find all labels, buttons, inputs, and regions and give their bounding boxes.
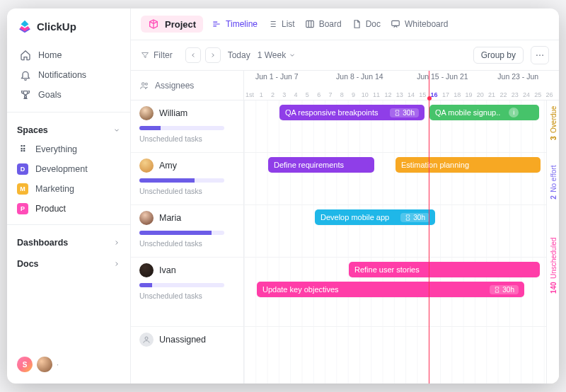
day-cell[interactable]: 24 [521,91,532,98]
day-cell[interactable]: 4 [290,91,301,98]
timeline-grid[interactable]: 1stJun 1 - Jun 7Jun 8 - Jun 14Jun 15 - J… [244,71,559,384]
svg-rect-1 [392,21,400,25]
assignee-name: Unassigned [159,335,206,345]
user-avatar[interactable] [37,357,52,372]
prev-button[interactable] [185,47,201,63]
project-chip[interactable]: Project [141,16,203,33]
unscheduled-link[interactable]: Unscheduled tasks [139,187,235,195]
day-cell[interactable]: 8 [336,91,347,98]
unscheduled-link[interactable]: Unscheduled tasks [139,239,235,248]
range-select[interactable]: 1 Week [258,50,296,60]
day-cell[interactable]: 22 [497,91,509,98]
day-cell[interactable]: 17 [440,91,451,98]
task-bar[interactable]: Develop mobile app 30h [315,209,435,225]
brand-logo[interactable]: ClickUp [7,18,130,44]
space-development[interactable]: D Development [7,159,130,179]
filter-button[interactable]: Filter [141,50,173,60]
day-cell[interactable]: 20 [475,91,486,98]
avatar [139,211,154,225]
home-icon [20,50,31,61]
day-cell[interactable]: 5 [301,91,313,98]
doc-icon [352,19,362,29]
space-everything[interactable]: ⠿ Everything [7,139,130,159]
avatar [139,263,154,277]
view-whiteboard[interactable]: Whiteboard [391,19,448,29]
day-cell[interactable]: 15 [417,91,428,98]
task-bar[interactable]: Update key objectives 30h [257,282,524,297]
day-cell[interactable]: 13 [394,91,405,98]
view-list[interactable]: List [267,19,295,29]
day-cell[interactable]: 23 [509,91,521,98]
nav-home[interactable]: Home [13,45,125,65]
chevron-right-icon [113,239,120,246]
day-cell[interactable]: 14 [405,91,417,98]
day-cell[interactable]: 10 [359,91,371,98]
topbar: Project Timeline List Board Doc [131,8,559,40]
task-bar[interactable]: Define requirements [268,157,374,173]
assignee-row: Ivan Unscheduled tasks [131,258,243,327]
unscheduled-link[interactable]: Unscheduled tasks [139,134,235,143]
badge-count: 3 [550,136,558,140]
spaces-header[interactable]: Spaces [7,118,130,139]
assignee[interactable]: Amy [139,158,235,173]
view-board[interactable]: Board [305,19,342,29]
next-button[interactable] [205,47,221,63]
app-window: ClickUp Home Notifications Goals Spaces … [7,8,559,384]
no-effort-badge[interactable]: 2No effort [548,163,559,202]
overdue-badge[interactable]: 3Overdue [548,103,559,143]
svg-rect-0 [306,21,313,27]
assignee[interactable]: Maria [139,211,235,225]
presence-more[interactable]: · [57,360,59,369]
day-cell[interactable]: 2 [267,91,278,98]
day-cell[interactable]: 3 [279,91,290,98]
assignees-label: Assignees [155,81,194,91]
day-cell[interactable]: 7 [325,91,336,98]
more-button[interactable] [531,46,549,64]
user-avatar-self[interactable]: S [17,357,33,372]
people-icon [139,81,149,91]
groupby-button[interactable]: Group by [473,47,524,64]
day-cell[interactable]: 19 [463,91,474,98]
brand-text: ClickUp [37,21,76,33]
dashboards-header[interactable]: Dashboards [7,231,130,252]
day-cell[interactable]: 11 [371,91,382,98]
badge-count: 140 [550,282,558,294]
view-label: Board [319,19,342,29]
task-bar[interactable]: QA mobile signup.. i [429,105,539,120]
day-cell[interactable]: 1 [255,91,267,98]
nav-notifications[interactable]: Notifications [13,65,125,85]
day-cell[interactable]: 21 [486,91,497,98]
week-label: Jun 23 - Jun [497,72,538,81]
docs-header[interactable]: Docs [7,252,130,273]
day-cell[interactable]: 6 [313,91,324,98]
task-bar[interactable]: QA responsive breakpoints 30h [279,105,424,120]
day-cell[interactable]: 26 [543,91,555,98]
space-marketing[interactable]: M Marketing [7,179,130,199]
nav-goals[interactable]: Goals [13,85,125,105]
lane: Define requirements Estimation planning [244,153,559,205]
unscheduled-link[interactable]: Unscheduled tasks [139,292,235,300]
today-button[interactable]: Today [228,50,250,60]
assignees-column: Assignees William Unscheduled tasks Amy … [131,71,244,384]
unscheduled-badge[interactable]: 140Unscheduled [548,235,559,296]
task-bar[interactable]: Refine user stories [349,262,540,277]
assignee-name: Amy [159,161,177,171]
assignee[interactable]: Unassigned [139,333,235,347]
divider [7,112,130,113]
space-product[interactable]: P Product [7,199,130,219]
view-timeline[interactable]: Timeline [212,19,258,29]
task-bar[interactable]: Estimation planning [395,157,541,173]
lane [244,327,559,355]
day-cell[interactable]: 18 [451,91,463,98]
assignees-header[interactable]: Assignees [131,71,243,100]
board-icon [305,19,315,29]
filter-icon [141,51,149,59]
filter-label: Filter [154,50,173,60]
nav-label: Home [38,50,62,60]
view-doc[interactable]: Doc [352,19,381,29]
assignee[interactable]: Ivan [139,263,235,277]
day-cell[interactable]: 9 [347,91,359,98]
day-cell[interactable]: 12 [382,91,393,98]
day-cell[interactable]: 25 [532,91,543,98]
assignee[interactable]: William [139,106,235,120]
